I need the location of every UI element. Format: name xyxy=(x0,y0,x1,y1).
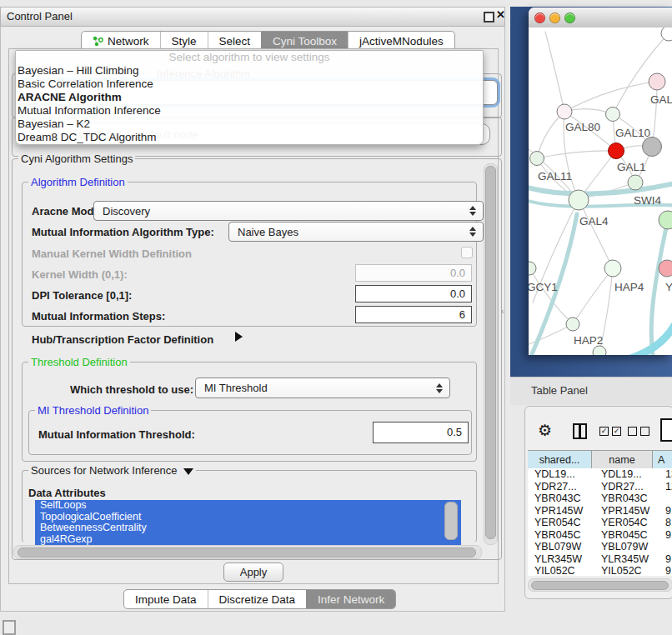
mi-type-combobox[interactable]: Naive Bayes xyxy=(228,222,484,242)
dropdown-item[interactable]: ARACNE Algorithm xyxy=(16,91,483,104)
network-edge[interactable] xyxy=(529,268,573,324)
mi-steps-field[interactable]: 6 xyxy=(355,306,472,323)
sources-title[interactable]: Sources for Network Inference xyxy=(28,464,196,477)
table-cell: 13 xyxy=(662,468,672,481)
network-node[interactable] xyxy=(661,28,672,41)
table-rows[interactable]: YDL19...YDL19...13YDR27...YDR27...12YBR0… xyxy=(528,468,672,576)
algorithm-dropdown-popup[interactable]: Select algorithm to view settings Bayesi… xyxy=(15,50,484,145)
minimize-traffic-light-icon[interactable] xyxy=(549,12,560,23)
table-row[interactable]: YBR043CYBR043C xyxy=(528,492,672,505)
network-node-gal4[interactable] xyxy=(569,190,589,210)
table-column-header[interactable]: name xyxy=(592,451,653,469)
minimized-panel-icon[interactable] xyxy=(3,620,16,635)
network-canvas[interactable]: GALGAL80GAL10GAL1GAL11SWI4GAL4GCY1HAP4YH… xyxy=(529,28,672,355)
column-layout-icon[interactable] xyxy=(573,423,587,439)
network-node-y[interactable] xyxy=(659,260,672,277)
aracne-mode-combobox[interactable]: Discovery xyxy=(93,201,484,221)
table-row[interactable]: YDL19...YDL19...13 xyxy=(528,468,672,481)
network-node-swi4[interactable] xyxy=(628,175,643,190)
table-row[interactable]: YDR27...YDR27...12 xyxy=(528,481,672,493)
control-panel-titlebar[interactable] xyxy=(0,7,505,27)
mi-threshold-field[interactable]: 0.5 xyxy=(373,422,469,443)
dropdown-items: Bayesian – Hill ClimbingBasic Correlatio… xyxy=(16,64,483,144)
settings-horizontal-scrollbar[interactable] xyxy=(13,545,482,559)
network-edge[interactable] xyxy=(545,32,564,112)
hub-expand-arrow-icon[interactable] xyxy=(235,332,243,342)
table-row[interactable]: YBR045CYBR045C9. xyxy=(528,529,672,542)
network-node[interactable] xyxy=(593,346,606,355)
deselect-all-columns-icon[interactable] xyxy=(628,427,649,436)
network-edge[interactable] xyxy=(529,182,672,194)
kernel-width-label: Kernel Width (0,1): xyxy=(32,268,128,281)
hub-definition-label[interactable]: Hub/Transcription Factor Definition xyxy=(32,333,213,346)
float-window-icon[interactable] xyxy=(484,12,494,22)
gear-icon[interactable]: ⚙ xyxy=(538,421,552,440)
data-attributes-list[interactable]: SelfLoopsTopologicalCoefficientBetweenne… xyxy=(35,500,461,545)
zoom-traffic-light-icon[interactable] xyxy=(564,12,575,23)
table-cell: YDL19... xyxy=(599,468,662,481)
bottom-tabbar: Impute DataDiscretize DataInfer Network xyxy=(123,589,396,609)
table-column-header[interactable]: A xyxy=(653,451,672,469)
dropdown-item[interactable]: Bayesian – K2 xyxy=(16,118,483,131)
dropdown-item[interactable]: Bayesian – Hill Climbing xyxy=(16,64,483,78)
bottom-tab-infer-network[interactable]: Infer Network xyxy=(306,590,395,608)
select-all-columns-icon[interactable]: ✓✓ xyxy=(599,427,621,436)
table-row[interactable]: YBL079WYBL079W xyxy=(528,541,672,553)
network-edge[interactable] xyxy=(537,151,616,158)
table-hscroll-thumb[interactable] xyxy=(531,581,669,590)
table-column-header[interactable]: shared... xyxy=(528,451,592,469)
dpi-tolerance-field[interactable]: 0.0 xyxy=(355,285,472,302)
apply-button[interactable]: Apply xyxy=(223,562,283,582)
manual-kernel-checkbox[interactable] xyxy=(461,247,473,258)
attribute-list-item[interactable]: gal4RGexp xyxy=(35,534,461,546)
network-node-hap2[interactable] xyxy=(566,318,579,331)
cyni-algorithm-settings-title: Cyni Algorithm Settings xyxy=(18,152,135,165)
attribute-list-item[interactable]: TopologicalCoefficient xyxy=(35,512,461,523)
tab-select[interactable]: Select xyxy=(208,32,262,50)
tab-jactivemnodules[interactable]: jActiveMNodules xyxy=(348,32,454,50)
settings-hscroll-thumb[interactable] xyxy=(18,548,476,558)
network-node[interactable] xyxy=(643,138,662,157)
table-horizontal-scrollbar[interactable] xyxy=(528,578,672,592)
mi-threshold-group-title: MI Threshold Definition xyxy=(35,404,151,417)
network-edge[interactable] xyxy=(622,321,672,355)
network-node-gal11[interactable] xyxy=(530,152,544,166)
network-node-gal[interactable] xyxy=(649,73,665,90)
split-collapse-arrow-icon[interactable]: ‹ xyxy=(501,307,504,316)
kernel-width-field[interactable]: 0.0 xyxy=(355,264,472,282)
collapse-arrow-icon xyxy=(183,468,193,475)
algorithm-definition-title: Algorithm Definition xyxy=(28,176,128,188)
dropdown-item[interactable]: Basic Correlation Inference xyxy=(16,78,483,91)
network-edge[interactable] xyxy=(579,200,613,268)
close-icon[interactable]: ✕ xyxy=(496,8,505,21)
close-traffic-light-icon[interactable] xyxy=(534,12,545,23)
dropdown-item[interactable]: Mutual Information Inference xyxy=(16,104,483,118)
attr-list-scroll-thumb[interactable] xyxy=(444,502,458,540)
attribute-list-item[interactable]: SelfLoops xyxy=(35,500,461,512)
table-header-row[interactable]: shared...nameA xyxy=(528,450,672,470)
network-node-gal80[interactable] xyxy=(557,104,572,119)
network-node[interactable] xyxy=(659,211,672,229)
export-table-icon[interactable] xyxy=(660,418,672,442)
which-threshold-combobox[interactable]: MI Threshold xyxy=(195,378,450,398)
table-row[interactable]: YIL052CYIL052C9. xyxy=(528,565,672,576)
table-row[interactable]: YER054CYER054C8. xyxy=(528,517,672,529)
tab-cyni-toolbox[interactable]: Cyni Toolbox xyxy=(261,32,348,50)
network-node-gal1[interactable] xyxy=(609,143,624,159)
bottom-tab-impute-data[interactable]: Impute Data xyxy=(124,590,208,608)
manual-kernel-label: Manual Kernel Width Definition xyxy=(32,248,192,260)
settings-vertical-scrollbar[interactable] xyxy=(484,163,498,545)
bottom-tab-discretize-data[interactable]: Discretize Data xyxy=(208,590,307,608)
network-node-gal10[interactable] xyxy=(606,108,620,122)
network-node-gcy1[interactable] xyxy=(529,262,536,275)
attribute-list-item[interactable]: BetweennessCentrality xyxy=(35,522,461,534)
settings-vscroll-thumb[interactable] xyxy=(485,166,496,539)
tab-network[interactable]: Network xyxy=(82,32,160,50)
tab-style[interactable]: Style xyxy=(160,32,208,50)
dropdown-item[interactable]: Dream8 DC_TDC Algorithm xyxy=(16,131,483,144)
network-node-hap4[interactable] xyxy=(604,260,621,277)
table-row[interactable]: YLR345WYLR345W9. xyxy=(528,553,672,566)
network-edge[interactable] xyxy=(537,112,564,158)
table-row[interactable]: YPR145WYPR145W9. xyxy=(528,505,672,518)
network-node-label: GAL xyxy=(650,93,672,106)
